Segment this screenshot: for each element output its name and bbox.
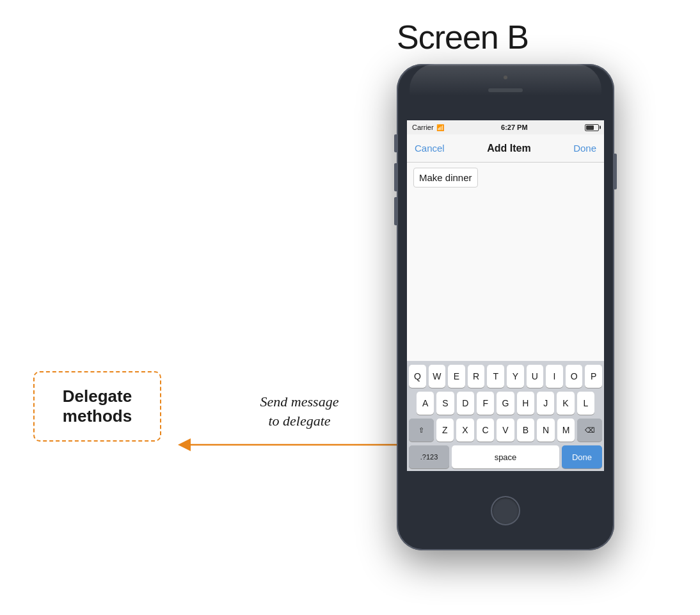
phone-mockup: Carrier 📶 6:27 PM Cancel Add Item Done M…	[397, 64, 614, 550]
text-field-value: Make dinner	[413, 168, 478, 188]
speaker	[488, 88, 523, 92]
text-area[interactable]: Make dinner	[407, 163, 604, 361]
status-bar: Carrier 📶 6:27 PM	[407, 120, 604, 134]
keyboard-done-key[interactable]: Done	[562, 445, 602, 468]
home-button[interactable]	[491, 496, 520, 525]
key-f[interactable]: F	[477, 392, 494, 415]
key-y[interactable]: Y	[507, 365, 524, 388]
kb-row-2: A S D F G H J K L	[409, 392, 602, 415]
svg-text:to delegate: to delegate	[268, 413, 330, 429]
key-v[interactable]: V	[497, 419, 514, 442]
key-c[interactable]: C	[477, 419, 495, 442]
carrier-label: Carrier	[412, 124, 434, 131]
key-p[interactable]: P	[585, 365, 602, 388]
keyboard: Q W E R T Y U I O P A S D F G H J K	[407, 361, 604, 471]
delegate-methods-box: Delegate methods	[33, 371, 161, 442]
battery-fill	[586, 125, 594, 130]
key-s[interactable]: S	[436, 392, 454, 415]
nav-done-button[interactable]: Done	[573, 143, 596, 154]
shift-key[interactable]: ⇧	[409, 419, 434, 442]
cancel-button[interactable]: Cancel	[415, 143, 445, 154]
key-r[interactable]: R	[468, 365, 485, 388]
front-camera	[504, 76, 507, 79]
key-n[interactable]: N	[537, 419, 555, 442]
kb-row-1: Q W E R T Y U I O P	[409, 365, 602, 388]
key-q[interactable]: Q	[409, 365, 426, 388]
bottom-bezel	[491, 471, 520, 550]
mute-button	[394, 134, 397, 152]
battery-icon	[585, 124, 599, 131]
key-k[interactable]: K	[557, 392, 574, 415]
time-label: 6:27 PM	[501, 124, 528, 131]
kb-bottom-row: .?123 space Done	[409, 445, 602, 468]
key-x[interactable]: X	[456, 419, 474, 442]
svg-marker-1	[178, 438, 191, 451]
delegate-methods-label: Delegate methods	[63, 387, 132, 426]
key-w[interactable]: W	[429, 365, 446, 388]
status-left: Carrier 📶	[412, 124, 444, 131]
kb-row-3: ⇧ Z X C V B N M ⌫	[409, 419, 602, 442]
volume-down-button	[394, 197, 397, 225]
nav-bar: Cancel Add Item Done	[407, 134, 604, 163]
key-z[interactable]: Z	[436, 419, 454, 442]
svg-text:Send message: Send message	[260, 394, 339, 410]
key-j[interactable]: J	[537, 392, 554, 415]
space-key[interactable]: space	[452, 445, 559, 468]
status-right	[585, 124, 599, 131]
key-t[interactable]: T	[487, 365, 504, 388]
key-g[interactable]: G	[497, 392, 514, 415]
delete-key[interactable]: ⌫	[577, 419, 602, 442]
key-l[interactable]: L	[577, 392, 594, 415]
wifi-icon: 📶	[436, 124, 444, 131]
key-a[interactable]: A	[417, 392, 434, 415]
key-o[interactable]: O	[566, 365, 583, 388]
key-h[interactable]: H	[517, 392, 534, 415]
power-button	[614, 154, 617, 189]
nav-title: Add Item	[487, 143, 530, 154]
key-m[interactable]: M	[557, 419, 575, 442]
key-u[interactable]: U	[527, 365, 544, 388]
screen-b-title: Screen B	[397, 18, 529, 56]
key-b[interactable]: B	[517, 419, 535, 442]
top-bezel	[397, 64, 614, 120]
numbers-key[interactable]: .?123	[409, 445, 449, 468]
key-i[interactable]: I	[546, 365, 563, 388]
key-e[interactable]: E	[448, 365, 465, 388]
phone-screen: Carrier 📶 6:27 PM Cancel Add Item Done M…	[407, 120, 604, 471]
key-d[interactable]: D	[457, 392, 474, 415]
volume-up-button	[394, 163, 397, 191]
